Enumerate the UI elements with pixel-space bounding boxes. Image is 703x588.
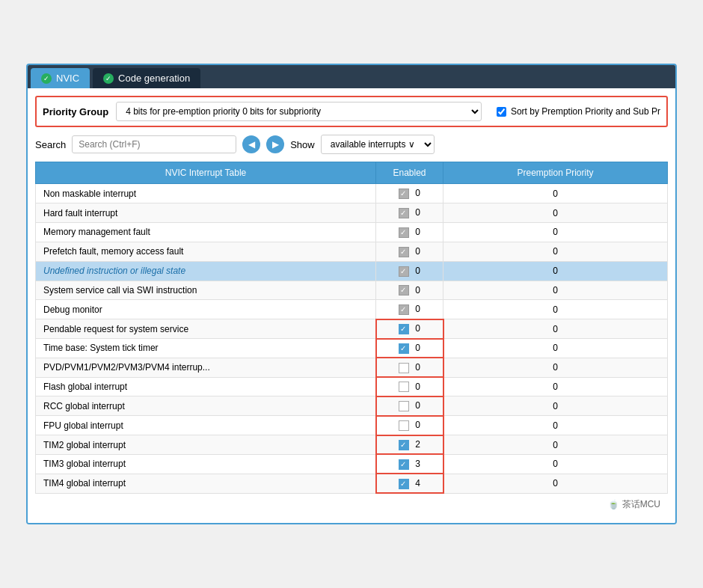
enabled-cell[interactable]: 0 xyxy=(376,203,443,223)
interrupt-name: Debug monitor xyxy=(36,300,376,319)
col-header-preemption: Preemption Priority xyxy=(443,162,668,184)
enabled-cell[interactable]: 2 xyxy=(376,435,443,455)
sort-checkbox-row: Sort by Premption Priority and Sub Pr xyxy=(497,106,660,117)
table-row: FPU global interrupt00 xyxy=(36,416,668,435)
preemption-priority-cell[interactable]: 0 xyxy=(443,223,668,242)
enabled-cell[interactable]: 0 xyxy=(376,339,443,358)
tab-nvic[interactable]: ✓ NVIC xyxy=(31,68,90,88)
table-row: TIM2 global interrupt20 xyxy=(36,435,668,455)
priority-group-label: Priority Group xyxy=(43,106,108,117)
enabled-cell[interactable]: 4 xyxy=(376,474,443,493)
preemption-priority-cell[interactable]: 0 xyxy=(443,339,668,358)
enabled-cell[interactable]: 0 xyxy=(376,223,443,242)
nvic-table: NVIC Interrupt Table Enabled Preemption … xyxy=(35,162,668,493)
interrupt-name: Non maskable interrupt xyxy=(36,184,376,203)
watermark-text: 茶话MCU xyxy=(622,499,660,509)
table-row: Hard fault interrupt00 xyxy=(36,203,668,223)
table-row: TIM3 global interrupt30 xyxy=(36,454,668,474)
preemption-priority-cell[interactable]: 0 xyxy=(443,416,668,435)
interrupt-name: PVD/PVM1/PVM2/PVM3/PVM4 interrup... xyxy=(36,358,376,377)
tab-code-generation[interactable]: ✓ Code generation xyxy=(93,68,200,88)
enabled-cell[interactable]: 0 xyxy=(376,416,443,435)
preemption-priority-cell[interactable]: 0 xyxy=(443,396,668,416)
watermark-icon: 🍵 xyxy=(608,499,619,509)
search-row: Search ◀ ▶ Show available interrupts ∨al… xyxy=(35,135,668,154)
enabled-cell[interactable]: 3 xyxy=(376,454,443,474)
enabled-cell[interactable]: 0 xyxy=(376,242,443,261)
priority-group-select[interactable]: 4 bits for pre-emption priority 0 bits f… xyxy=(116,102,482,121)
sort-label: Sort by Premption Priority and Sub Pr xyxy=(511,106,660,117)
table-row: Time base: System tick timer00 xyxy=(36,339,668,358)
priority-group-row: Priority Group 4 bits for pre-emption pr… xyxy=(35,96,668,127)
table-row: TIM4 global interrupt40 xyxy=(36,474,668,493)
main-container: ✓ NVIC ✓ Code generation Priority Group … xyxy=(26,64,677,524)
nav-prev-button[interactable]: ◀ xyxy=(242,135,260,153)
content-area: Priority Group 4 bits for pre-emption pr… xyxy=(28,88,675,522)
enabled-cell[interactable]: 0 xyxy=(376,358,443,377)
col-header-name: NVIC Interrupt Table xyxy=(36,162,376,184)
tab-nvic-label: NVIC xyxy=(56,73,79,84)
show-select[interactable]: available interrupts ∨all interrupts ∨ xyxy=(321,135,435,154)
watermark: 🍵 茶话MCU xyxy=(35,494,668,515)
interrupt-name: Pendable request for system service xyxy=(36,319,376,339)
preemption-priority-cell[interactable]: 0 xyxy=(443,454,668,474)
col-header-enabled: Enabled xyxy=(376,162,443,184)
enabled-cell[interactable]: 0 xyxy=(376,281,443,300)
table-row: Memory management fault00 xyxy=(36,223,668,242)
table-row: Debug monitor00 xyxy=(36,300,668,319)
preemption-priority-cell[interactable]: 0 xyxy=(443,377,668,396)
enabled-cell[interactable]: 0 xyxy=(376,261,443,281)
interrupt-name: System service call via SWI instruction xyxy=(36,281,376,300)
search-label: Search xyxy=(35,139,66,150)
tab-code-gen-label: Code generation xyxy=(118,73,190,84)
enabled-cell[interactable]: 0 xyxy=(376,377,443,396)
preemption-priority-cell[interactable]: 0 xyxy=(443,319,668,339)
enabled-cell[interactable]: 0 xyxy=(376,319,443,339)
table-row: RCC global interrupt00 xyxy=(36,396,668,416)
preemption-priority-cell[interactable]: 0 xyxy=(443,358,668,377)
preemption-priority-cell[interactable]: 0 xyxy=(443,281,668,300)
interrupt-name: RCC global interrupt xyxy=(36,396,376,416)
table-row: System service call via SWI instruction0… xyxy=(36,281,668,300)
table-row: Prefetch fault, memory access fault00 xyxy=(36,242,668,261)
interrupt-name: TIM4 global interrupt xyxy=(36,474,376,493)
search-input[interactable] xyxy=(72,135,236,153)
enabled-cell[interactable]: 0 xyxy=(376,396,443,416)
interrupt-name: Undefined instruction or illegal state xyxy=(36,261,376,281)
interrupt-name: FPU global interrupt xyxy=(36,416,376,435)
interrupt-name: Memory management fault xyxy=(36,223,376,242)
preemption-priority-cell[interactable]: 0 xyxy=(443,474,668,493)
tab-bar: ✓ NVIC ✓ Code generation xyxy=(28,65,675,88)
interrupt-name: TIM2 global interrupt xyxy=(36,435,376,455)
table-row: PVD/PVM1/PVM2/PVM3/PVM4 interrup...00 xyxy=(36,358,668,377)
interrupt-name: Time base: System tick timer xyxy=(36,339,376,358)
table-row: Undefined instruction or illegal state00 xyxy=(36,261,668,281)
interrupt-name: Prefetch fault, memory access fault xyxy=(36,242,376,261)
preemption-priority-cell[interactable]: 0 xyxy=(443,242,668,261)
interrupt-name: Hard fault interrupt xyxy=(36,203,376,223)
interrupt-name: TIM3 global interrupt xyxy=(36,454,376,474)
sort-checkbox[interactable] xyxy=(497,107,506,117)
enabled-cell[interactable]: 0 xyxy=(376,184,443,203)
code-gen-tab-icon: ✓ xyxy=(103,73,114,84)
preemption-priority-cell[interactable]: 0 xyxy=(443,261,668,281)
preemption-priority-cell[interactable]: 0 xyxy=(443,435,668,455)
preemption-priority-cell[interactable]: 0 xyxy=(443,300,668,319)
table-row: Pendable request for system service00 xyxy=(36,319,668,339)
preemption-priority-cell[interactable]: 0 xyxy=(443,184,668,203)
table-row: Non maskable interrupt00 xyxy=(36,184,668,203)
nav-next-button[interactable]: ▶ xyxy=(266,135,284,153)
preemption-priority-cell[interactable]: 0 xyxy=(443,203,668,223)
interrupt-name: Flash global interrupt xyxy=(36,377,376,396)
enabled-cell[interactable]: 0 xyxy=(376,300,443,319)
table-row: Flash global interrupt00 xyxy=(36,377,668,396)
show-label: Show xyxy=(290,139,315,150)
nvic-tab-icon: ✓ xyxy=(41,73,52,84)
